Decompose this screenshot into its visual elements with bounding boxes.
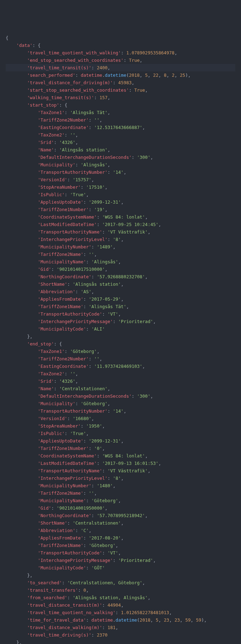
code-line: 'Municipality': 'Alingsås',: [6, 161, 235, 168]
code-line: 'TariffZone2Number': '',: [6, 355, 235, 363]
code-line: 'ShortName': 'Alingsås station',: [6, 280, 235, 288]
code-line: 'travel_time_quotient_with_walking': 1.0…: [6, 49, 235, 57]
code-line: 'Name': 'Centralstationen',: [6, 385, 235, 392]
code-line: 'TariffZone1Number': '0',: [6, 445, 235, 452]
code-line: 'MunicipalityName': 'Göteborg',: [6, 497, 235, 504]
code-line: 'TariffZone1Name': 'Göteborg',: [6, 542, 235, 549]
code-line: 'travel_distance_transit(m)': 44904,: [6, 601, 235, 609]
code-line: 'StopAreaNumber': '1950',: [6, 422, 235, 430]
code-line: 'TaxZone2': '',: [6, 131, 235, 139]
code-line: 'InterchangePriorityMessage': 'Prioriter…: [6, 318, 235, 325]
code-line: 'EastingCoordinate': '12.5317643666887',: [6, 124, 235, 131]
code-line: 'StopAreaNumber': '17510',: [6, 183, 235, 191]
code-line: },: [6, 571, 235, 579]
code-line: 'time_for_travel_data': datetime.datetim…: [6, 616, 235, 624]
code-line: 'AppliesUptoDate': '2099-12-31',: [6, 198, 235, 206]
code-line: 'TariffZone2Name': '',: [6, 251, 235, 258]
code-line: 'travel_distance_for_driving(m)': 45983,: [6, 79, 235, 86]
code-line: 'CoordinateSystemName': 'WGS 84: lonlat'…: [6, 452, 235, 460]
code-line: 'ShortName': 'Centralstationen',: [6, 519, 235, 527]
code-line: 'TransportAuthorityCode': 'VT',: [6, 310, 235, 318]
code-line: 'InterchangePriorityMessage': 'Prioriter…: [6, 557, 235, 564]
code-line: 'MunicipalityNumber': '1480',: [6, 482, 235, 489]
code-line: 'DefaultInterchangeDurationSeconds': '30…: [6, 392, 235, 400]
code-line: 'AppliesFromDate': '2017-08-20',: [6, 534, 235, 542]
code-line: 'CoordinateSystemName': 'WGS 84: lonlat'…: [6, 213, 235, 221]
code-line: 'LastModifiedDateTime': '2017-09-25 10:2…: [6, 221, 235, 228]
code-line: 'TransportAuthorityCode': 'VT',: [6, 549, 235, 557]
code-line: 'MunicipalityName': 'Alingsås',: [6, 258, 235, 265]
code-line: 'EastingCoordinate': '11.9737428469103',: [6, 363, 235, 370]
code-line: 'Gid': '9021014017510000',: [6, 265, 235, 273]
code-line: 'transit_transfers': 0,: [6, 586, 235, 594]
code-line: 'TaxZone2': '',: [6, 370, 235, 377]
code-line: 'data': {: [6, 42, 235, 49]
code-line: 'DefaultInterchangeDurationSeconds': '30…: [6, 154, 235, 161]
code-line: 'NorthingCoordinate': '57.7078995218942'…: [6, 512, 235, 519]
code-line: 'InterchangePriorityLevel': '8',: [6, 236, 235, 243]
code-line: 'Name': 'Alingsås station',: [6, 146, 235, 154]
code-line: 'start_stop': {: [6, 101, 235, 109]
code-line: 'start_stop_searched_with_coordinates': …: [6, 86, 235, 94]
code-line: 'Srid': '4326',: [6, 139, 235, 146]
code-line: 'TransportAuthorityName': 'VT Västtrafik…: [6, 467, 235, 474]
code-line: 'walking_time_transit(s)': 157,: [6, 94, 235, 101]
code-line: 'MunicipalityNumber': '1489',: [6, 243, 235, 251]
code-line: 'travel_distance_walking(m)': 181,: [6, 624, 235, 631]
code-line: 'end_stop': {: [6, 340, 235, 348]
code-line: 'Srid': '4326',: [6, 377, 235, 385]
code-line: 'TaxZone1': 'Göteborg',: [6, 348, 235, 355]
code-line: 'MunicipalityCode': 'GÖT': [6, 564, 235, 571]
code-line: 'travel_time_quotient_no_walking': 1.012…: [6, 609, 235, 616]
code-line: 'Abbreviation': 'AS',: [6, 288, 235, 295]
code-line: 'TariffZone2Number': '',: [6, 116, 235, 124]
code-line: {: [6, 34, 235, 42]
code-line: 'VersionId': '15757',: [6, 176, 235, 183]
code-line: 'Municipality': 'Göteborg',: [6, 400, 235, 407]
code-line: 'InterchangePriorityLevel': '8',: [6, 474, 235, 482]
code-line: },: [6, 639, 235, 644]
code-line: 'IsPublic': 'True',: [6, 191, 235, 198]
code-line: 'TaxZone1': 'Alingsås Tät',: [6, 109, 235, 116]
code-line: 'AppliesFromDate': '2017-05-29',: [6, 295, 235, 303]
code-line: 'TariffZone1Number': '19',: [6, 206, 235, 213]
code-line: 'TariffZone1Name': 'Alingsås Tät',: [6, 303, 235, 310]
code-line: 'Abbreviation': 'C',: [6, 527, 235, 534]
code-line: },: [6, 333, 235, 340]
code-line: 'TransportAuthorityNumber': '14',: [6, 407, 235, 415]
code-line: 'AppliesUptoDate': '2099-12-31',: [6, 437, 235, 445]
code-block[interactable]: { 'data': { 'travel_time_quotient_with_w…: [6, 34, 235, 644]
code-line: 'TransportAuthorityName': 'VT Västtrafik…: [6, 228, 235, 236]
code-line: 'MunicipalityCode': 'ALI': [6, 325, 235, 333]
code-line: 'end_stop_searched_with_coordinates': Tr…: [6, 57, 235, 64]
code-line: 'from_searched': 'Alingsås station, Alin…: [6, 594, 235, 601]
code-line: 'IsPublic': 'True',: [6, 430, 235, 437]
code-line: 'to_searched': 'Centralstationen, Götebo…: [6, 579, 235, 586]
code-line: 'VersionId': '16680',: [6, 415, 235, 422]
code-line: 'travel_time_driving(s)': 2370: [6, 631, 235, 639]
code-line: 'Gid': '9021014001950000',: [6, 504, 235, 512]
code-line: 'travel_time_transit(s)': 2400,: [6, 64, 235, 71]
code-line: 'LastModifiedDateTime': '2017-09-13 16:0…: [6, 460, 235, 467]
code-line: 'TariffZone2Name': '',: [6, 489, 235, 497]
code-line: 'TransportAuthorityNumber': '14',: [6, 168, 235, 176]
code-line: 'NorthingCoordinate': '57.9268880232708'…: [6, 273, 235, 280]
code-line: 'search_performed': datetime.datetime(20…: [6, 71, 235, 79]
